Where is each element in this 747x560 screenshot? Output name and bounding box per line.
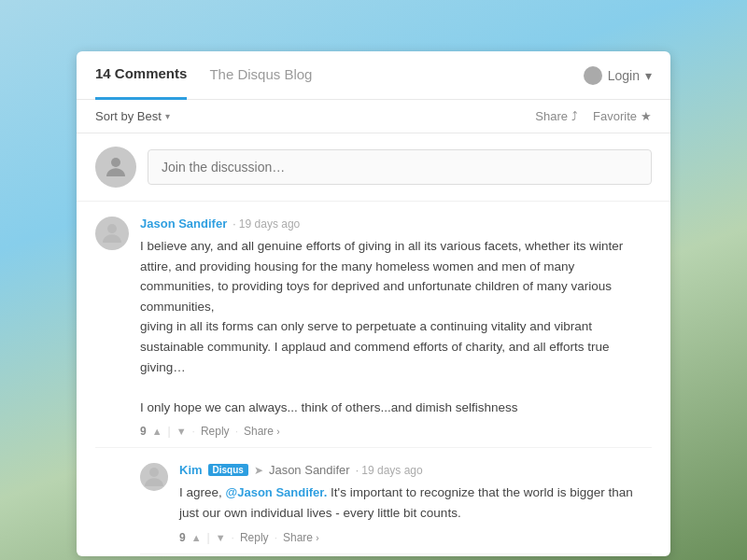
tab-blog[interactable]: The Disqus Blog — [209, 51, 312, 100]
sort-button[interactable]: Sort by Best ▾ — [95, 109, 170, 123]
share-icon: ⤴ — [571, 109, 578, 123]
comment-2-vote-count: 9 — [179, 531, 186, 544]
comment-2-meta: Kim Disqus ➤ Jason Sandifer · 19 days ag… — [179, 463, 652, 477]
login-avatar-icon — [584, 66, 602, 85]
comment-1-meta: Jason Sandifer · 19 days ago — [140, 217, 652, 231]
share-button[interactable]: Share ⤴ — [535, 109, 578, 123]
favorite-button[interactable]: Favorite ★ — [593, 109, 652, 123]
toolbar: Sort by Best ▾ Share ⤴ Favorite ★ — [77, 100, 670, 133]
comment-1-downvote[interactable]: ▼ — [176, 426, 187, 437]
sort-label: Sort by Best — [95, 109, 162, 123]
comment-2-body: Kim Disqus ➤ Jason Sandifer · 19 days ag… — [179, 463, 652, 543]
comment-2-timestamp: · 19 days ago — [356, 464, 423, 477]
comment-2-reply-button[interactable]: Reply — [240, 531, 269, 544]
comment-2-actions: 9 ▲ | ▼ · Reply · Share › — [179, 531, 652, 544]
mention-jason: @Jason Sandifer. — [226, 485, 328, 499]
comment-1-text: I believe any, and all genuine efforts o… — [140, 236, 652, 417]
user-icon — [140, 463, 168, 491]
svg-point-1 — [107, 224, 117, 233]
favorite-label: Favorite — [593, 109, 637, 123]
svg-point-0 — [111, 158, 120, 167]
comment-2-disqus-badge: Disqus — [208, 464, 248, 476]
card-header: 14 Comments The Disqus Blog Login ▾ — [77, 51, 670, 100]
comment-1-body: Jason Sandifer · 19 days ago I believe a… — [140, 217, 652, 438]
favorite-star-icon: ★ — [641, 109, 652, 123]
share-label: Share — [535, 109, 568, 123]
comment-1-upvote[interactable]: ▲ — [152, 426, 162, 437]
sort-arrow-icon: ▾ — [165, 111, 170, 121]
comment-1: Jason Sandifer · 19 days ago I believe a… — [95, 202, 652, 448]
login-area[interactable]: Login ▾ — [584, 66, 652, 85]
comment-1-share-button[interactable]: Share › — [244, 425, 280, 438]
comment-2-upvote[interactable]: ▲ — [191, 532, 202, 543]
comment-2: Kim Disqus ➤ Jason Sandifer · 19 days ag… — [140, 448, 652, 553]
comment-1-timestamp: · 19 days ago — [233, 217, 300, 231]
comment-2-author[interactable]: Kim — [179, 463, 203, 477]
comment-2-text: I agree, @Jason Sandifer. It's important… — [179, 483, 652, 523]
login-dropdown-icon: ▾ — [645, 68, 652, 83]
disqus-card: 14 Comments The Disqus Blog Login ▾ Sort… — [77, 51, 670, 556]
comment-2-share-button[interactable]: Share › — [283, 531, 319, 544]
comment-2-avatar — [140, 463, 168, 491]
svg-point-2 — [149, 468, 159, 477]
join-discussion-row — [77, 133, 670, 202]
comment-2-reply-to: Jason Sandifer — [269, 463, 350, 477]
tab-comments[interactable]: 14 Comments — [95, 51, 187, 100]
comment-1-reply-button[interactable]: Reply — [201, 425, 230, 438]
user-avatar — [95, 147, 136, 188]
join-input[interactable] — [148, 149, 652, 185]
login-label: Login — [608, 68, 640, 83]
comment-2-downvote[interactable]: ▼ — [216, 532, 226, 543]
comment-3: Jason Sandifer ➤ Kim · 19 days ago The j… — [140, 554, 652, 556]
comment-1-actions: 9 ▲ | ▼ · Reply · Share › — [140, 425, 652, 438]
comment-1-author[interactable]: Jason Sandifer — [140, 217, 227, 231]
user-icon — [98, 219, 126, 247]
comment-1-avatar — [95, 217, 129, 250]
comment-1-vote-count: 9 — [140, 425, 147, 438]
user-icon — [102, 153, 130, 181]
toolbar-right: Share ⤴ Favorite ★ — [535, 109, 652, 123]
comments-area: Jason Sandifer · 19 days ago I believe a… — [77, 202, 670, 556]
